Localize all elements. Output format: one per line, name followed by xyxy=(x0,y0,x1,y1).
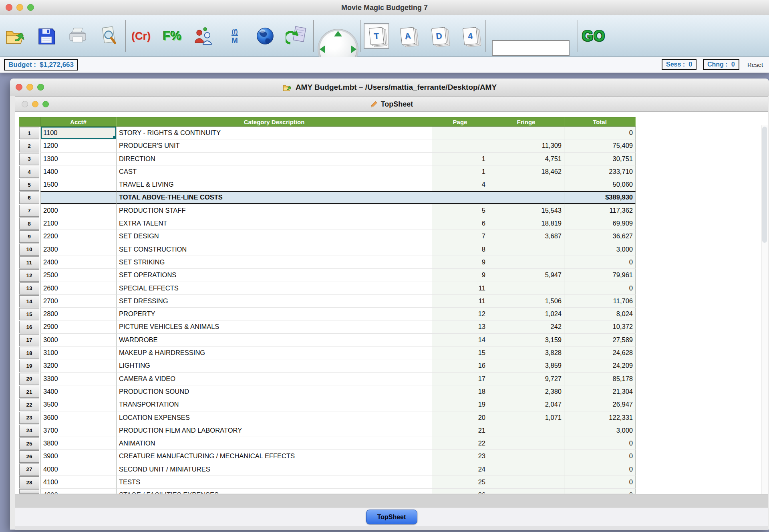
acct-cell[interactable]: 4100 xyxy=(40,476,117,489)
row-number-cell[interactable]: 22 xyxy=(19,399,39,411)
vertical-scrollbar[interactable] xyxy=(761,125,768,494)
page-cell[interactable]: 7 xyxy=(432,230,488,243)
fringe-cell[interactable] xyxy=(488,191,564,204)
acct-cell[interactable]: 3800 xyxy=(40,437,117,450)
topsheet-footer-button[interactable]: TopSheet xyxy=(366,510,417,524)
row-number-cell[interactable]: 26 xyxy=(19,450,39,462)
page-cell[interactable] xyxy=(432,127,488,139)
fringe-cell[interactable] xyxy=(488,178,564,191)
total-cell[interactable]: 27,589 xyxy=(564,334,636,347)
description-cell[interactable]: EXTRA TALENT xyxy=(117,217,432,230)
description-cell[interactable]: SECOND UNIT / MINIATURES xyxy=(117,463,432,476)
description-cell[interactable]: STAGE / FACILITIES EXPENSES xyxy=(117,489,432,494)
view-button-account[interactable]: A xyxy=(395,23,421,49)
recalculate-button[interactable] xyxy=(286,26,307,46)
fringe-cell[interactable]: 1,071 xyxy=(488,411,564,424)
acct-cell[interactable]: 3700 xyxy=(40,424,117,437)
print-button[interactable] xyxy=(67,26,88,46)
page-cell[interactable]: 24 xyxy=(432,463,488,476)
page-cell[interactable]: 6 xyxy=(432,217,488,230)
fringe-cell[interactable]: 2,047 xyxy=(488,398,564,411)
row-number-cell[interactable]: 16 xyxy=(19,321,39,333)
page-cell[interactable]: 21 xyxy=(432,424,488,437)
row-number-cell[interactable]: 24 xyxy=(19,425,39,437)
description-cell[interactable]: SET DESIGN xyxy=(117,230,432,243)
description-cell[interactable]: DIRECTION xyxy=(117,153,432,165)
row-number-cell[interactable]: 12 xyxy=(19,269,39,281)
fringe-cell[interactable]: 18,462 xyxy=(488,165,564,178)
acct-cell[interactable]: 2400 xyxy=(40,256,117,269)
column-header-total[interactable]: Total xyxy=(564,117,636,127)
description-cell[interactable]: SET DRESSING xyxy=(117,295,432,308)
description-cell[interactable]: TOTAL ABOVE-THE-LINE COSTS xyxy=(117,191,432,204)
total-cell[interactable]: 122,331 xyxy=(564,411,636,424)
open-file-button[interactable] xyxy=(5,26,26,46)
total-cell[interactable]: 0 xyxy=(564,256,636,269)
page-cell[interactable]: 18 xyxy=(432,385,488,398)
nav-left-arrow-icon[interactable] xyxy=(320,45,325,53)
currency-button[interactable]: (Cr) xyxy=(131,30,151,42)
print-preview-button[interactable] xyxy=(99,26,119,46)
reset-button[interactable]: Reset xyxy=(747,61,763,68)
acct-cell[interactable]: 3600 xyxy=(40,411,117,424)
page-cell[interactable]: 19 xyxy=(432,398,488,411)
fringe-cell[interactable]: 11,309 xyxy=(488,139,564,152)
horizontal-scrollbar[interactable] xyxy=(15,494,768,508)
acct-cell[interactable]: 1200 xyxy=(40,139,117,152)
total-cell[interactable]: 10,372 xyxy=(564,320,636,333)
acct-cell[interactable]: 3100 xyxy=(40,347,117,359)
globals-button[interactable] xyxy=(255,26,275,46)
page-cell[interactable]: 22 xyxy=(432,437,488,450)
page-cell[interactable]: 26 xyxy=(432,489,488,494)
acct-cell[interactable]: 3000 xyxy=(40,334,117,347)
acct-cell[interactable]: 2600 xyxy=(40,282,117,295)
save-button[interactable] xyxy=(36,26,56,46)
fringe-cell[interactable]: 3,159 xyxy=(488,334,564,347)
row-number-cell[interactable]: 13 xyxy=(19,282,39,294)
page-cell[interactable]: 15 xyxy=(432,347,488,359)
total-cell[interactable]: 3,000 xyxy=(564,424,636,437)
acct-cell[interactable]: 1300 xyxy=(40,153,117,165)
row-number-cell[interactable]: 28 xyxy=(19,476,39,488)
row-number-cell[interactable]: 25 xyxy=(19,437,39,449)
page-cell[interactable] xyxy=(432,191,488,204)
groups-button[interactable] xyxy=(193,26,213,46)
view-button-detail[interactable]: D xyxy=(426,23,452,49)
fringe-cell[interactable] xyxy=(488,256,564,269)
page-cell[interactable]: 4 xyxy=(432,178,488,191)
description-cell[interactable]: SPECIAL EFFECTS xyxy=(117,282,432,295)
description-cell[interactable]: PICTURE VEHICLES & ANIMALS xyxy=(117,320,432,333)
page-cell[interactable]: 8 xyxy=(432,243,488,256)
total-cell[interactable]: 85,178 xyxy=(564,373,636,385)
row-number-cell[interactable]: 6 xyxy=(19,191,39,204)
acct-cell[interactable]: 3300 xyxy=(40,373,117,385)
total-cell[interactable]: 0 xyxy=(564,437,636,450)
description-cell[interactable]: ANIMATION xyxy=(117,437,432,450)
row-number-cell[interactable]: 15 xyxy=(19,308,39,320)
nav-right-arrow-icon[interactable] xyxy=(351,45,356,53)
row-number-cell[interactable]: 21 xyxy=(19,386,39,398)
page-cell[interactable]: 9 xyxy=(432,269,488,282)
total-cell[interactable]: 79,961 xyxy=(564,269,636,282)
description-cell[interactable]: PRODUCTION SOUND xyxy=(117,385,432,398)
fringe-cell[interactable] xyxy=(488,437,564,450)
fringe-cell[interactable]: 4,751 xyxy=(488,153,564,165)
description-cell[interactable]: LOCATION EXPENSES xyxy=(117,411,432,424)
row-number-cell[interactable]: 18 xyxy=(19,347,39,359)
page-cell[interactable]: 9 xyxy=(432,256,488,269)
fringe-cell[interactable]: 15,543 xyxy=(488,204,564,217)
description-cell[interactable]: CREATURE MANUFACTURING / MECHANICAL EFFE… xyxy=(117,450,432,463)
total-cell[interactable]: $389,930 xyxy=(564,191,636,204)
acct-cell[interactable]: 3500 xyxy=(40,398,117,411)
row-number-cell[interactable]: 1 xyxy=(19,127,39,139)
acct-cell[interactable]: 1500 xyxy=(40,178,117,191)
go-button[interactable]: GO xyxy=(582,28,605,44)
page-cell[interactable]: 5 xyxy=(432,204,488,217)
description-cell[interactable]: CAST xyxy=(117,165,432,178)
description-cell[interactable]: LIGHTING xyxy=(117,359,432,372)
page-cell[interactable]: 16 xyxy=(432,359,488,372)
description-cell[interactable]: SET CONSTRUCTION xyxy=(117,243,432,256)
page-cell[interactable]: 14 xyxy=(432,334,488,347)
description-cell[interactable]: SET STRIKING xyxy=(117,256,432,269)
row-number-cell[interactable] xyxy=(19,489,39,494)
